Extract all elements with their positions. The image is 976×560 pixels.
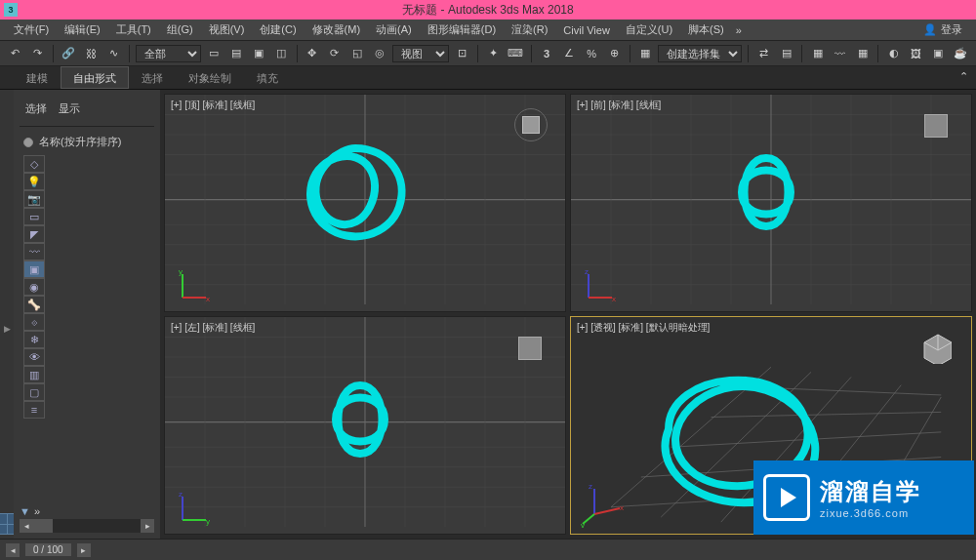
render-frame-button[interactable]: ▣ [929, 44, 948, 63]
snap-button[interactable]: 3 [538, 44, 556, 63]
menu-rendering[interactable]: 渲染(R) [504, 20, 555, 39]
filter-spacewarp-icon[interactable]: 〰 [23, 243, 45, 260]
window-crossing-button[interactable]: ◫ [272, 44, 291, 63]
viewcube-front[interactable] [924, 114, 948, 138]
menu-edit[interactable]: 编辑(E) [57, 20, 108, 39]
pivot-button[interactable]: ⊡ [453, 44, 471, 63]
timeline-slider[interactable]: ◂ 0 / 100 ▸ [6, 543, 91, 557]
viewcube-perspective[interactable] [918, 331, 952, 364]
spinner-snap-button[interactable]: ⊕ [605, 44, 624, 63]
menu-file[interactable]: 文件(F) [6, 20, 57, 39]
menu-modifiers[interactable]: 修改器(M) [305, 20, 369, 39]
menu-tools[interactable]: 工具(T) [108, 20, 159, 39]
rotate-button[interactable]: ⟳ [325, 44, 344, 63]
filter-light-icon[interactable]: 💡 [23, 173, 45, 190]
funnel-icon[interactable]: ▼ [20, 505, 30, 517]
scene-sort-row[interactable]: 名称(按升序排序) [20, 135, 154, 149]
knot-shape-front [712, 143, 820, 241]
ribbon-tab-freeform[interactable]: 自由形式 [61, 66, 129, 89]
selection-filter-select[interactable]: 全部 [136, 45, 201, 62]
login-label: 登录 [941, 22, 962, 37]
material-button[interactable]: ◐ [884, 44, 903, 63]
frame-prev-button[interactable]: ◂ [6, 543, 20, 557]
menu-civil-view[interactable]: Civil View [555, 22, 617, 38]
redo-button[interactable]: ↷ [28, 44, 47, 63]
filter-shape-icon[interactable]: ◤ [23, 225, 45, 243]
curve-editor-button[interactable]: 〰 [831, 44, 849, 63]
move-button[interactable]: ✥ [304, 44, 322, 63]
placement-button[interactable]: ◎ [370, 44, 388, 63]
filter-xref-icon[interactable]: ◉ [23, 278, 45, 296]
svg-text:x: x [206, 295, 210, 303]
ribbon-collapse-button[interactable]: ⌃ [952, 66, 976, 89]
filter-camera-icon[interactable]: 📷 [23, 190, 45, 208]
menu-script[interactable]: 脚本(S) [680, 20, 732, 39]
axis-gizmo-left: z y [175, 489, 214, 528]
menu-chevron-icon[interactable]: » [732, 24, 746, 36]
viewport-left[interactable]: [+] [左] [标准] [线框] z y [164, 316, 566, 535]
select-region-button[interactable]: ▣ [250, 44, 268, 63]
axis-gizmo-front: z x [581, 266, 620, 305]
filter-all-icon[interactable]: ▥ [23, 366, 45, 383]
manipulate-button[interactable]: ✦ [484, 44, 503, 63]
ribbon-tab-selection[interactable]: 选择 [129, 66, 176, 89]
bind-button[interactable]: ∿ [104, 44, 123, 63]
menu-graph-editors[interactable]: 图形编辑器(D) [420, 20, 504, 39]
ribbon-tab-object-paint[interactable]: 对象绘制 [176, 66, 244, 89]
filter-geometry-icon[interactable]: ◇ [23, 155, 45, 173]
viewport-label-left[interactable]: [+] [左] [标准] [线框] [171, 321, 255, 335]
scene-tab-display[interactable]: 显示 [59, 101, 80, 116]
undo-button[interactable]: ↶ [6, 44, 24, 63]
ribbon-tab-populate[interactable]: 填充 [244, 66, 291, 89]
select-button[interactable]: ▭ [205, 44, 224, 63]
schematic-button[interactable]: ▦ [853, 44, 872, 63]
viewport-label-top[interactable]: [+] [顶] [标准] [线框] [171, 99, 255, 112]
viewport-label-front[interactable]: [+] [前] [标准] [线框] [577, 99, 661, 112]
filter-group-icon[interactable]: ▣ [23, 260, 45, 278]
menu-group[interactable]: 组(G) [159, 20, 201, 39]
mirror-button[interactable]: ⇄ [754, 44, 773, 63]
login-button[interactable]: 👤 登录 [915, 20, 970, 39]
filter-hidden-icon[interactable]: 👁 [23, 348, 45, 366]
layer-button[interactable]: ▦ [808, 44, 827, 63]
select-name-button[interactable]: ▤ [227, 44, 246, 63]
render-button[interactable]: ☕ [952, 44, 970, 63]
align-button[interactable]: ▤ [777, 44, 795, 63]
viewcube-left[interactable] [518, 337, 542, 360]
frame-display: 0 / 100 [25, 543, 71, 556]
expand-icon[interactable]: » [34, 505, 40, 517]
scale-button[interactable]: ◱ [347, 44, 366, 63]
menu-create[interactable]: 创建(C) [252, 20, 304, 39]
scene-tab-select[interactable]: 选择 [25, 101, 47, 116]
link-button[interactable]: 🔗 [60, 44, 78, 63]
viewport-label-perspective[interactable]: [+] [透视] [标准] [默认明暗处理] [577, 321, 710, 335]
filter-container-icon[interactable]: ⟐ [23, 313, 45, 331]
angle-snap-button[interactable]: ∠ [560, 44, 579, 63]
scroll-right-icon[interactable]: ▸ [141, 519, 154, 533]
viewport-top[interactable]: [+] [顶] [标准] [线框] y x [164, 94, 566, 312]
filter-frozen-icon[interactable]: ❄ [23, 331, 45, 348]
unlink-button[interactable]: ⛓ [82, 44, 101, 63]
edit-set-button[interactable]: ▦ [635, 44, 654, 63]
render-setup-button[interactable]: 🖼 [907, 44, 925, 63]
svg-text:x: x [612, 295, 616, 303]
ref-coord-select[interactable]: 视图 [392, 45, 448, 62]
command-panel-toggle[interactable]: ▶ [4, 324, 11, 334]
scene-scrollbar[interactable]: ◂ ▸ [20, 519, 154, 533]
viewcube-top[interactable] [514, 108, 548, 141]
scroll-left-icon[interactable]: ◂ [20, 519, 33, 533]
menu-views[interactable]: 视图(V) [201, 20, 253, 39]
ribbon-tab-modeling[interactable]: 建模 [14, 66, 61, 89]
filter-invert-icon[interactable]: ≡ [23, 401, 45, 419]
percent-snap-button[interactable]: % [583, 44, 601, 63]
watermark-url: zixue.3d66.com [820, 507, 921, 519]
filter-helper-icon[interactable]: ▭ [23, 208, 45, 225]
filter-none-icon[interactable]: ▢ [23, 383, 45, 401]
keyboard-shortcut-button[interactable]: ⌨ [507, 44, 525, 63]
frame-next-button[interactable]: ▸ [77, 543, 91, 557]
named-set-select[interactable]: 创建选择集 [658, 45, 742, 62]
menu-animation[interactable]: 动画(A) [368, 20, 420, 39]
viewport-front[interactable]: [+] [前] [标准] [线框] z x [570, 94, 972, 312]
menu-customize[interactable]: 自定义(U) [618, 20, 680, 39]
filter-bone-icon[interactable]: 🦴 [23, 296, 45, 313]
